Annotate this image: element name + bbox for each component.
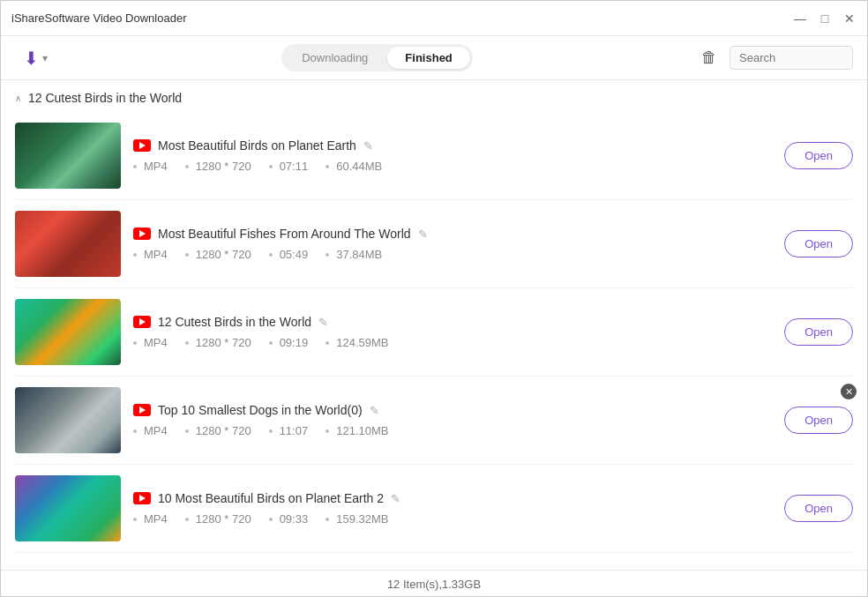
minimize-button[interactable]: — [793,11,807,26]
meta-size: 60.44MB [326,160,382,173]
resolution-value: 1280 * 720 [196,160,251,173]
dot-icon [185,518,189,521]
meta-format: MP4 [133,160,168,173]
duration-value: 05:49 [280,248,309,261]
video-meta: MP4 1280 * 720 09:33 159.32MB [133,512,772,526]
video-title-row: 10 Most Beautiful Birds on Planet Earth … [133,491,772,505]
maximize-button[interactable]: □ [818,11,832,26]
format-value: MP4 [144,248,168,261]
close-button[interactable]: ✕ [842,11,857,26]
video-thumbnail [15,299,121,365]
resolution-value: 1280 * 720 [196,336,251,349]
toolbar-left: ⬇ ▾ [15,42,56,74]
video-meta: MP4 1280 * 720 11:07 121.10MB [133,424,772,437]
video-info: Most Beautiful Fishes From Around The Wo… [133,227,772,261]
yt-play-icon [139,495,146,502]
dot-icon [133,165,137,168]
tab-switcher: Downloading Finished [281,44,473,71]
meta-duration: 07:11 [269,160,309,173]
open-button[interactable]: Open [784,407,853,434]
tab-finished[interactable]: Finished [387,47,469,69]
edit-icon[interactable]: ✎ [370,404,379,417]
toolbar-right: 🗑 [698,45,853,71]
format-value: MP4 [144,424,168,437]
youtube-icon [133,139,151,152]
video-meta: MP4 1280 * 720 09:19 124.59MB [133,336,772,349]
resolution-value: 1280 * 720 [196,248,251,261]
video-info: Top 10 Smallest Dogs in the World(0) ✎ M… [133,403,772,437]
video-title: 10 Most Beautiful Birds on Planet Earth … [158,491,384,505]
meta-resolution: 1280 * 720 [185,160,251,173]
meta-format: MP4 [133,248,168,261]
toolbar: ⬇ ▾ Downloading Finished 🗑 [1,36,867,80]
dot-icon [326,429,329,433]
duration-value: 07:11 [280,160,309,173]
meta-duration: 09:19 [269,336,309,349]
size-value: 60.44MB [336,160,382,173]
video-title-row: Most Beautiful Birds on Planet Earth ✎ [133,138,772,153]
open-button[interactable]: Open [784,318,853,346]
meta-resolution: 1280 * 720 [185,512,251,526]
list-item: Top 10 Smallest Dogs in the World(0) ✎ M… [15,377,853,465]
search-input[interactable] [730,46,853,70]
meta-size: 37.84MB [326,248,382,261]
yt-play-icon [139,318,146,325]
dot-icon [269,518,273,521]
title-bar-controls: — □ ✕ [793,11,857,26]
video-title-row: Most Beautiful Fishes From Around The Wo… [133,227,772,241]
dot-icon [326,253,329,257]
open-button[interactable]: Open [784,230,853,257]
dot-icon [133,253,137,257]
dot-icon [269,429,273,433]
video-title: Most Beautiful Birds on Planet Earth [158,138,356,153]
video-title: Top 10 Smallest Dogs in the World(0) [158,403,363,417]
group-header: ∧ 12 Cutest Birds in the World [15,80,853,112]
meta-duration: 11:07 [269,424,309,437]
video-info: 10 Most Beautiful Birds on Planet Earth … [133,491,772,526]
dot-icon [269,165,273,168]
video-title: Most Beautiful Fishes From Around The Wo… [158,227,411,241]
duration-value: 11:07 [280,424,309,437]
title-bar-left: iShareSoftware Video Downloader [11,11,187,25]
meta-resolution: 1280 * 720 [185,336,251,349]
status-bar: 12 Item(s),1.33GB [1,570,867,597]
status-text: 12 Item(s),1.33GB [387,578,481,591]
list-item: Most Beautiful Birds on Planet Earth ✎ M… [15,112,853,200]
chevron-down-icon: ▾ [42,52,48,64]
dot-icon [326,518,329,521]
size-value: 37.84MB [336,248,382,261]
yt-play-icon [139,230,146,237]
duration-value: 09:19 [280,336,309,349]
edit-icon[interactable]: ✎ [318,316,328,329]
meta-format: MP4 [133,336,168,349]
meta-format: MP4 [133,512,168,526]
dot-icon [269,253,273,257]
resolution-value: 1280 * 720 [196,512,251,526]
meta-size: 159.32MB [326,512,388,526]
item-close-button[interactable]: ✕ [841,384,857,399]
meta-size: 124.59MB [326,336,388,349]
meta-duration: 05:49 [269,248,309,261]
duration-value: 09:33 [280,512,309,526]
video-info: Most Beautiful Birds on Planet Earth ✎ M… [133,138,772,173]
list-item: 10 Most Beautiful Birds on Planet Earth … [15,465,853,553]
open-button[interactable]: Open [784,142,853,169]
tab-downloading[interactable]: Downloading [284,47,385,69]
resolution-value: 1280 * 720 [196,424,251,437]
yt-play-icon [139,407,146,414]
video-info: 12 Cutest Birds in the World ✎ MP4 1280 … [133,315,772,349]
edit-icon[interactable]: ✎ [363,139,373,153]
add-icon: ⬇ [24,48,39,69]
video-thumbnail [15,475,121,541]
meta-size: 121.10MB [326,424,388,437]
youtube-icon [133,228,151,240]
collapse-icon[interactable]: ∧ [15,93,21,103]
edit-icon[interactable]: ✎ [418,228,428,241]
app-title: iShareSoftware Video Downloader [11,11,187,25]
add-download-button[interactable]: ⬇ ▾ [15,42,56,74]
delete-button[interactable]: 🗑 [698,45,721,71]
edit-icon[interactable]: ✎ [391,492,400,505]
open-button[interactable]: Open [784,495,853,522]
video-thumbnail [15,123,121,189]
dot-icon [133,341,137,345]
